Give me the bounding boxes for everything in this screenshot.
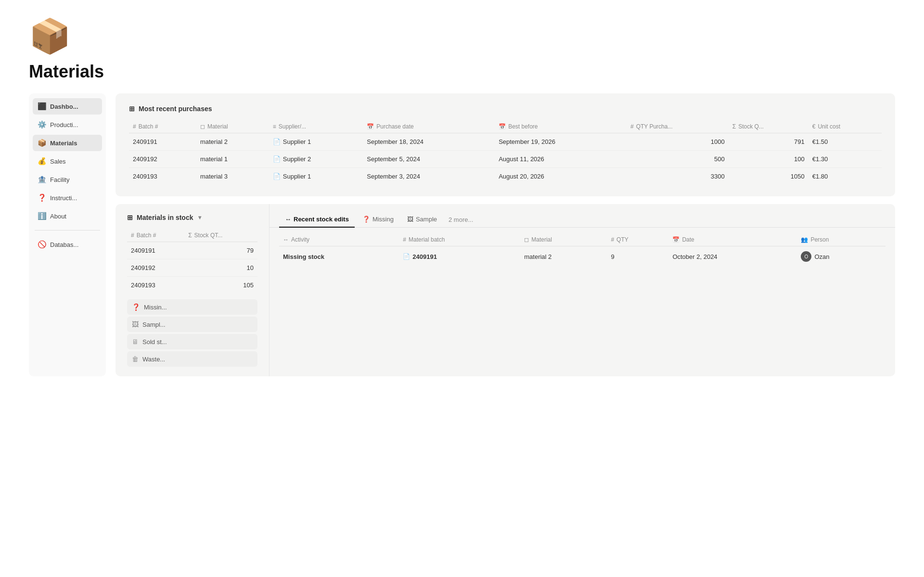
- purchase-date-cell: September 5, 2024: [363, 151, 495, 168]
- dropdown-icon[interactable]: ▾: [198, 214, 201, 221]
- unit-cost-cell: €1.50: [808, 133, 882, 151]
- app-title: Materials: [29, 62, 895, 82]
- col-supplier: ≡ Supplier/...: [269, 120, 363, 133]
- batch-cell: 2409193: [129, 168, 196, 185]
- sidebar-item-label: Databas...: [50, 241, 78, 248]
- supplier-cell: 📄 Supplier 1: [269, 133, 363, 151]
- stock-qty-cell: 1050: [729, 168, 808, 185]
- missing-tab-icon: ❓: [362, 216, 370, 223]
- subtab-waste[interactable]: 🗑 Waste...: [127, 351, 257, 367]
- sidebar-item-materials[interactable]: 📦 Materials: [33, 135, 102, 151]
- col-material-batch: # Material batch: [399, 233, 520, 246]
- batch-doc-icon: 📄: [403, 253, 410, 260]
- sample-icon: 🖼: [132, 321, 139, 328]
- missing-tab-label: Missing: [372, 216, 394, 223]
- table-icon: ⊞: [129, 105, 135, 113]
- stock-batch-cell: 2409192: [127, 259, 184, 277]
- activity-col-icon: ↔: [283, 236, 289, 243]
- col-unit-cost: € Unit cost: [808, 120, 882, 133]
- tabs-bar: ↔ Recent stock edits ❓ Missing 🖼 Sample …: [270, 204, 895, 228]
- tab-missing[interactable]: ❓ Missing: [357, 212, 399, 228]
- about-icon: ℹ️: [38, 212, 46, 220]
- qty-cell-r: 9: [607, 246, 668, 267]
- best-before-cell: August 20, 2026: [495, 168, 627, 185]
- table-row: 2409193 material 3 📄 Supplier 1 Septembe…: [129, 168, 882, 185]
- tab-sample[interactable]: 🖼 Sample: [401, 212, 443, 228]
- unit-cost-col-icon: €: [812, 123, 816, 130]
- qty-purchased-col-icon: #: [630, 123, 634, 130]
- col-qty-r: # QTY: [607, 233, 668, 246]
- purchase-date-cell: September 3, 2024: [363, 168, 495, 185]
- sidebar-item-production[interactable]: ⚙️ Producti...: [33, 116, 102, 133]
- instructions-icon: ❓: [38, 193, 46, 202]
- sidebar-divider: [35, 230, 100, 231]
- purchase-date-cell: September 18, 2024: [363, 133, 495, 151]
- recent-edits-tab-label: Recent stock edits: [294, 216, 349, 223]
- sales-icon: 💰: [38, 157, 46, 166]
- stock-col-batch: # Batch #: [127, 229, 184, 242]
- tab-recent-stock-edits[interactable]: ↔ Recent stock edits: [279, 212, 355, 228]
- batch-cell: 2409192: [129, 151, 196, 168]
- stock-sigma-icon: Σ: [188, 232, 192, 239]
- sidebar-item-label: Materials: [50, 140, 77, 147]
- stock-batch-cell: 2409193: [127, 277, 184, 294]
- stock-qty-cell: 10: [184, 259, 257, 277]
- unit-cost-cell: €1.80: [808, 168, 882, 185]
- sidebar-item-instructions[interactable]: ❓ Instructi...: [33, 190, 102, 206]
- sidebar-item-dashboard[interactable]: ⬛ Dashbo...: [33, 98, 102, 115]
- materials-in-stock-header: ⊞ Materials in stock ▾: [127, 214, 257, 221]
- file-icon: 📄: [273, 173, 281, 180]
- col-batch: # Batch #: [129, 120, 196, 133]
- file-icon: 📄: [273, 155, 281, 163]
- subtab-sold-stock[interactable]: 🖥 Sold st...: [127, 334, 257, 349]
- content-area: ⊞ Most recent purchases # Batch #: [116, 93, 895, 376]
- app-logo: 📦: [29, 19, 67, 58]
- sidebar-item-label: About: [50, 213, 66, 220]
- table-row: 2409192 10: [127, 259, 257, 277]
- table-row: 2409191 79: [127, 242, 257, 259]
- materials-in-stock-title: Materials in stock: [137, 214, 193, 221]
- qty-purchased-cell: 500: [627, 151, 729, 168]
- sample-tab-icon: 🖼: [407, 216, 413, 223]
- col-material: ◻ Material: [196, 120, 269, 133]
- stock-qty-cell: 105: [184, 277, 257, 294]
- table-row: 2409191 material 2 📄 Supplier 1 Septembe…: [129, 133, 882, 151]
- missing-icon: ❓: [132, 303, 140, 311]
- materials-in-stock-panel: ⊞ Materials in stock ▾ # Batch #: [116, 204, 270, 376]
- subtab-missing[interactable]: ❓ Missin...: [127, 299, 257, 315]
- sidebar-item-label: Instructi...: [50, 194, 77, 202]
- material-cell: material 3: [196, 168, 269, 185]
- dashboard-icon: ⬛: [38, 102, 46, 111]
- material-cell: material 2: [196, 133, 269, 151]
- supplier-cell: 📄 Supplier 2: [269, 151, 363, 168]
- sidebar-item-sales[interactable]: 💰 Sales: [33, 153, 102, 169]
- material-col-icon: ◻: [200, 123, 205, 130]
- sold-stock-icon: 🖥: [132, 338, 139, 346]
- stock-col-qty: Σ Stock QT...: [184, 229, 257, 242]
- batch-cell: 2409191: [129, 133, 196, 151]
- supplier-col-icon: ≡: [273, 123, 276, 130]
- col-stock-qty: Σ Stock Q...: [729, 120, 808, 133]
- col-activity: ↔ Activity: [279, 233, 399, 246]
- hash-icon: #: [133, 123, 136, 130]
- subtab-sample[interactable]: 🖼 Sampl...: [127, 317, 257, 332]
- tab-more[interactable]: 2 more...: [445, 212, 477, 227]
- database-icon: 🚫: [38, 240, 46, 249]
- table-row: 2409193 105: [127, 277, 257, 294]
- person-r-col-icon: 👥: [801, 236, 808, 243]
- sidebar-item-about[interactable]: ℹ️ About: [33, 208, 102, 224]
- sidebar-item-database[interactable]: 🚫 Databas...: [33, 236, 102, 253]
- supplier-cell: 📄 Supplier 1: [269, 168, 363, 185]
- recent-purchases-card: ⊞ Most recent purchases # Batch #: [116, 93, 895, 196]
- person-cell-r: O Ozan: [797, 246, 886, 267]
- qty-r-col-icon: #: [611, 236, 614, 243]
- stock-qty-cell: 79: [184, 242, 257, 259]
- material-r-col-icon: ◻: [524, 236, 529, 243]
- sidebar-item-label: Producti...: [50, 121, 78, 128]
- sidebar-item-label: Facility: [50, 176, 69, 183]
- activity-cell: Missing stock: [279, 246, 399, 267]
- recent-purchases-title: Most recent purchases: [139, 105, 212, 113]
- stock-subtabs: ❓ Missin... 🖼 Sampl... 🖥 Sold st...: [127, 299, 257, 367]
- col-person-r: 👥 Person: [797, 233, 886, 246]
- sidebar-item-facility[interactable]: 🏦 Facility: [33, 171, 102, 188]
